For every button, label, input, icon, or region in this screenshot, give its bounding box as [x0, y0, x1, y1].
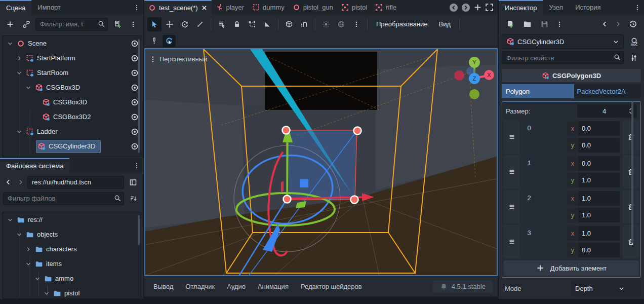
- array-size-field[interactable]: 4: [577, 104, 637, 118]
- version-info[interactable]: 4.5.1.stable: [433, 280, 493, 293]
- preview-environment-icon[interactable]: [334, 17, 348, 31]
- preview-sun-icon[interactable]: [319, 17, 333, 31]
- tool-move-button[interactable]: [163, 17, 177, 31]
- save-resource-button[interactable]: [537, 17, 551, 31]
- inspector-tools-icon[interactable]: [627, 51, 641, 65]
- y-value-field[interactable]: 1.0: [578, 173, 620, 187]
- fs-row-objects[interactable]: objects: [3, 227, 141, 242]
- new-scene-tab-icon[interactable]: [473, 3, 482, 12]
- filesystem-menu-icon[interactable]: [130, 158, 143, 173]
- add-element-button[interactable]: Добавить элемент: [504, 260, 639, 276]
- ruler-button[interactable]: [260, 17, 274, 31]
- tab-inspector[interactable]: Инспектор: [499, 0, 543, 15]
- scene-tab-pistol-gun[interactable]: pistol_gun: [289, 0, 337, 15]
- viewport-3d[interactable]: Y X Z Перспективный: [144, 48, 498, 276]
- tool-list-select-button[interactable]: [215, 17, 229, 31]
- bottom-tab-animation[interactable]: Анимация: [254, 281, 293, 292]
- chevron-right-icon[interactable]: [25, 246, 32, 253]
- drag-handle-icon[interactable]: [504, 120, 520, 154]
- bottom-tab-shader-editor[interactable]: Редактор шейдеров: [297, 281, 366, 292]
- tab-history[interactable]: История: [569, 0, 607, 15]
- tree-row-scene[interactable]: Scene: [3, 36, 141, 51]
- scene-tree-options-icon[interactable]: [126, 17, 140, 31]
- fs-path-input[interactable]: [27, 176, 124, 189]
- plane-handle-yz[interactable]: [281, 181, 284, 193]
- fs-row-items[interactable]: items: [3, 256, 141, 271]
- inspector-scrollbar[interactable]: [631, 101, 633, 243]
- scene-tree-scrollbar[interactable]: [138, 39, 140, 153]
- resource-options-icon[interactable]: [554, 17, 565, 31]
- tool-rotate-button[interactable]: [178, 17, 192, 31]
- tool-select-button[interactable]: [147, 17, 162, 31]
- y-value-field[interactable]: 0.0: [578, 243, 620, 257]
- polygon-property-label[interactable]: Polygon: [502, 84, 574, 98]
- gizmo-neg-x[interactable]: [454, 70, 464, 81]
- expand-fullscreen-icon[interactable]: [485, 3, 494, 12]
- scene-tab-pistol[interactable]: pistol: [337, 0, 371, 15]
- tab-scene[interactable]: Сцена: [0, 0, 31, 15]
- tool-scale-button[interactable]: [193, 17, 207, 31]
- delete-element-button[interactable]: [623, 155, 639, 188]
- chevron-down-icon[interactable]: [25, 84, 32, 91]
- mode-dropdown[interactable]: Depth: [571, 280, 641, 296]
- property-filter-input[interactable]: [502, 51, 624, 64]
- chevron-down-icon[interactable]: [25, 260, 32, 268]
- history-back-icon[interactable]: [599, 17, 610, 31]
- chevron-down-icon[interactable]: [43, 290, 50, 297]
- x-value-field[interactable]: 1.0: [578, 226, 620, 241]
- delete-element-button[interactable]: [623, 120, 639, 154]
- scene-tab-dummy[interactable]: dummy: [248, 0, 289, 15]
- add-node-button[interactable]: [3, 17, 17, 31]
- fs-forward-icon[interactable]: [15, 175, 25, 189]
- delete-element-button[interactable]: [623, 190, 639, 223]
- tree-row-csgbox3d[interactable]: CSGBox3D: [3, 80, 141, 95]
- pin-tool-icon[interactable]: [147, 35, 160, 47]
- view-menu[interactable]: Вид: [434, 20, 456, 28]
- chevron-down-icon[interactable]: [34, 275, 41, 282]
- bottom-tab-audio[interactable]: Аудио: [223, 281, 250, 292]
- attach-script-button[interactable]: [110, 17, 124, 31]
- scene-tab-rifle[interactable]: rifle: [371, 0, 400, 15]
- load-resource-button[interactable]: [520, 17, 534, 31]
- edit-points-tool-icon[interactable]: [163, 35, 176, 47]
- drag-handle-icon[interactable]: [504, 225, 520, 258]
- history-forward-icon[interactable]: [613, 17, 623, 31]
- tree-row-csgbox3d2[interactable]: CSGBox3D2: [3, 109, 141, 124]
- tree-row-csgbox3d-child[interactable]: CSGBox3D: [3, 95, 141, 109]
- chevron-down-icon[interactable]: [7, 216, 14, 223]
- tree-row-csgcylinder3d[interactable]: CSGCylinder3D: [3, 139, 141, 154]
- drag-handle-icon[interactable]: [504, 155, 520, 188]
- tab-node[interactable]: Узел: [543, 0, 569, 15]
- open-docs-icon[interactable]: DOC: [627, 34, 641, 49]
- x-value-field[interactable]: 1.0: [578, 191, 620, 206]
- tab-scroll-left-icon[interactable]: [449, 3, 458, 12]
- scene-tab-test-scene[interactable]: test_scene(*): [144, 0, 212, 15]
- instance-scene-button[interactable]: [19, 17, 33, 31]
- gizmo-neg-y[interactable]: [469, 89, 479, 99]
- fs-sort-icon[interactable]: [126, 192, 140, 206]
- axis-y-arrow[interactable]: [287, 135, 288, 200]
- fs-row-characters[interactable]: characters: [3, 242, 141, 256]
- x-value-field[interactable]: 0.0: [578, 121, 620, 136]
- new-resource-button[interactable]: [503, 17, 517, 31]
- scene-dock-menu-icon[interactable]: [130, 0, 143, 15]
- tab-scroll-right-icon[interactable]: [461, 3, 470, 12]
- lock-button[interactable]: [230, 17, 244, 31]
- fs-row-ammo[interactable]: ammo: [3, 271, 141, 286]
- tree-row-ladder[interactable]: Ladder: [3, 124, 141, 139]
- y-value-field[interactable]: 0.0: [578, 138, 620, 153]
- perspective-menu[interactable]: Перспективный: [150, 55, 207, 63]
- bottom-tab-debugger[interactable]: Отладчик: [181, 281, 219, 292]
- chevron-down-icon[interactable]: [16, 231, 23, 238]
- y-value-field[interactable]: 1.0: [578, 208, 620, 222]
- bottom-tab-output[interactable]: Вывод: [149, 281, 177, 292]
- tab-import[interactable]: Импорт: [31, 0, 66, 15]
- chevron-down-icon[interactable]: [16, 128, 23, 135]
- scene-filter-input[interactable]: [35, 18, 108, 31]
- drag-handle-icon[interactable]: [504, 190, 520, 223]
- tree-row-startplatform[interactable]: StartPlatform: [3, 51, 141, 65]
- delete-element-button[interactable]: [623, 225, 639, 258]
- fs-row-res[interactable]: res://: [3, 212, 141, 227]
- fs-filter-input[interactable]: [3, 192, 124, 205]
- fs-tree-scrollbar[interactable]: [138, 215, 140, 245]
